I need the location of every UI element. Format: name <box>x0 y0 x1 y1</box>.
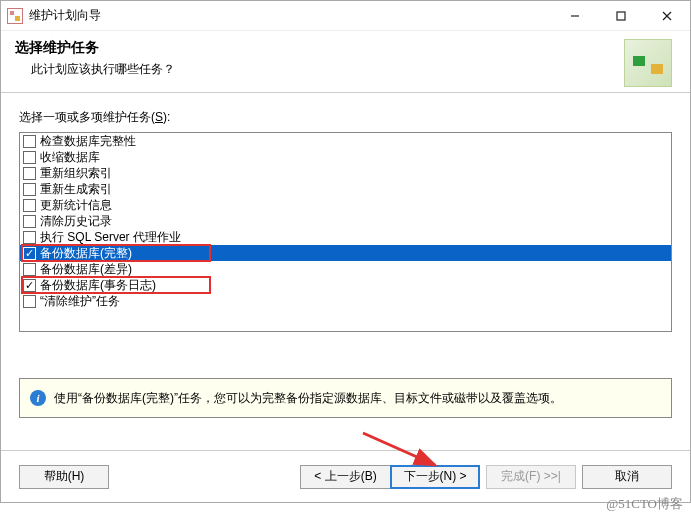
task-checkbox[interactable] <box>23 151 36 164</box>
close-button[interactable] <box>644 1 690 31</box>
task-checkbox[interactable] <box>23 247 36 260</box>
task-item[interactable]: 执行 SQL Server 代理作业 <box>20 229 671 245</box>
task-label: 执行 SQL Server 代理作业 <box>40 229 181 245</box>
page-heading: 选择维护任务 <box>15 39 175 57</box>
task-label: 备份数据库(完整) <box>40 245 132 261</box>
info-text: 使用“备份数据库(完整)”任务，您可以为完整备份指定源数据库、目标文件或磁带以及… <box>54 390 562 407</box>
task-item[interactable]: 备份数据库(差异) <box>20 261 671 277</box>
app-icon <box>7 8 23 24</box>
titlebar: 维护计划向导 <box>1 1 690 31</box>
task-checkbox[interactable] <box>23 231 36 244</box>
info-icon: i <box>30 390 46 406</box>
task-checkbox[interactable] <box>23 135 36 148</box>
svg-rect-1 <box>617 12 625 20</box>
wizard-header: 选择维护任务 此计划应该执行哪些任务？ <box>1 31 690 93</box>
task-label: 清除历史记录 <box>40 213 112 229</box>
back-button[interactable]: < 上一步(B) <box>300 465 390 489</box>
task-item[interactable]: 检查数据库完整性 <box>20 133 671 149</box>
task-checkbox[interactable] <box>23 199 36 212</box>
task-item[interactable]: 重新组织索引 <box>20 165 671 181</box>
task-checkbox[interactable] <box>23 279 36 292</box>
list-label: 选择一项或多项维护任务(S): <box>19 109 672 126</box>
window-title: 维护计划向导 <box>29 7 101 24</box>
wizard-icon <box>624 39 672 87</box>
task-item[interactable]: 清除历史记录 <box>20 213 671 229</box>
task-checkbox[interactable] <box>23 183 36 196</box>
help-button[interactable]: 帮助(H) <box>19 465 109 489</box>
watermark: @51CTO博客 <box>606 495 683 513</box>
task-label: 重新组织索引 <box>40 165 112 181</box>
task-label: “清除维护”任务 <box>40 293 120 309</box>
task-item[interactable]: 收缩数据库 <box>20 149 671 165</box>
task-label: 备份数据库(事务日志) <box>40 277 156 293</box>
task-checkbox[interactable] <box>23 215 36 228</box>
task-item[interactable]: 备份数据库(事务日志) <box>20 277 671 293</box>
info-panel: i 使用“备份数据库(完整)”任务，您可以为完整备份指定源数据库、目标文件或磁带… <box>19 378 672 418</box>
finish-button: 完成(F) >>| <box>486 465 576 489</box>
task-label: 更新统计信息 <box>40 197 112 213</box>
task-item[interactable]: “清除维护”任务 <box>20 293 671 309</box>
task-label: 备份数据库(差异) <box>40 261 132 277</box>
content-area: 选择一项或多项维护任务(S): 检查数据库完整性收缩数据库重新组织索引重新生成索… <box>1 93 690 450</box>
task-item[interactable]: 备份数据库(完整) <box>20 245 671 261</box>
task-checkbox[interactable] <box>23 295 36 308</box>
cancel-button[interactable]: 取消 <box>582 465 672 489</box>
page-subtitle: 此计划应该执行哪些任务？ <box>15 61 175 78</box>
task-checkbox[interactable] <box>23 263 36 276</box>
task-listbox[interactable]: 检查数据库完整性收缩数据库重新组织索引重新生成索引更新统计信息清除历史记录执行 … <box>19 132 672 332</box>
task-checkbox[interactable] <box>23 167 36 180</box>
task-item[interactable]: 更新统计信息 <box>20 197 671 213</box>
task-label: 检查数据库完整性 <box>40 133 136 149</box>
task-label: 收缩数据库 <box>40 149 100 165</box>
wizard-window: 维护计划向导 选择维护任务 此计划应该执行哪些任务？ 选择一项或多项维护任务(S… <box>0 0 691 503</box>
maximize-button[interactable] <box>598 1 644 31</box>
task-item[interactable]: 重新生成索引 <box>20 181 671 197</box>
wizard-footer: 帮助(H) < 上一步(B) 下一步(N) > 完成(F) >>| 取消 <box>1 450 690 502</box>
task-label: 重新生成索引 <box>40 181 112 197</box>
next-button[interactable]: 下一步(N) > <box>390 465 480 489</box>
minimize-button[interactable] <box>552 1 598 31</box>
